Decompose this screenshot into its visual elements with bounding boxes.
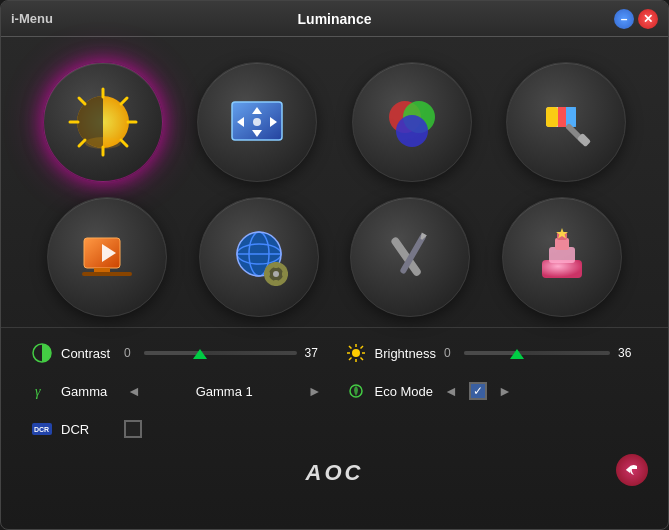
app-title: i-Menu (11, 11, 53, 26)
svg-point-16 (253, 118, 261, 126)
close-button[interactable]: ✕ (638, 9, 658, 29)
svg-line-58 (360, 358, 363, 361)
svg-point-52 (352, 349, 360, 357)
dcr-checkbox[interactable] (124, 420, 142, 438)
svg-line-7 (121, 98, 127, 104)
svg-text:γ: γ (35, 384, 41, 399)
brightness-label: Brightness (375, 346, 436, 361)
svg-rect-41 (264, 272, 270, 276)
gamma-label: Gamma (61, 384, 116, 399)
dcr-label: DCR (61, 422, 116, 437)
gamma-row: γ Gamma ◄ Gamma 1 ► (31, 376, 325, 406)
svg-text:DCR: DCR (34, 426, 49, 433)
svg-point-19 (396, 115, 428, 147)
bottom-area: AOC (1, 449, 668, 494)
contrast-slider[interactable] (144, 343, 297, 363)
brightness-value: 36 (618, 346, 638, 360)
main-window: i-Menu Luminance – ✕ (0, 0, 669, 530)
svg-line-57 (349, 346, 352, 349)
window-controls: – ✕ (614, 9, 658, 29)
eco-mode-next-button[interactable]: ► (495, 383, 515, 399)
contrast-label: Contrast (61, 346, 116, 361)
gamma-prev-button[interactable]: ◄ (124, 383, 144, 399)
gamma-value: Gamma 1 (152, 384, 297, 399)
icons-row1 (1, 42, 668, 197)
eco-mode-icon (345, 380, 367, 402)
icons-row2 (1, 197, 668, 317)
contrast-icon (31, 342, 53, 364)
back-button[interactable] (616, 454, 648, 486)
controls-area: Contrast 0 37 (1, 327, 668, 449)
svg-line-5 (79, 98, 85, 104)
svg-rect-29 (82, 272, 132, 276)
svg-rect-23 (566, 107, 576, 127)
eco-mode-checkbox[interactable]: ✓ (469, 382, 487, 400)
brightness-icon (345, 342, 367, 364)
svg-line-59 (360, 346, 363, 349)
contrast-row: Contrast 0 37 (31, 338, 325, 368)
minimize-button[interactable]: – (614, 9, 634, 29)
icon-image-setup[interactable] (197, 62, 317, 182)
eco-mode-prev-button[interactable]: ◄ (441, 383, 461, 399)
aoc-logo: AOC (230, 460, 439, 486)
svg-rect-21 (546, 107, 558, 127)
svg-rect-42 (282, 272, 288, 276)
window-title: Luminance (298, 11, 372, 27)
svg-line-6 (121, 140, 127, 146)
icon-color-setup[interactable] (352, 62, 472, 182)
svg-point-9 (85, 137, 121, 149)
icon-picture-boost[interactable] (506, 62, 626, 182)
brightness-min: 0 (444, 346, 456, 360)
brightness-row: Brightness 0 36 (345, 338, 639, 368)
icon-luminance[interactable] (43, 62, 163, 182)
icon-osd-setup[interactable] (199, 197, 319, 317)
eco-mode-row: Eco Mode ◄ ✓ ► (345, 376, 639, 406)
icon-input-select[interactable] (47, 197, 167, 317)
svg-rect-22 (558, 107, 566, 127)
icon-exit[interactable] (502, 197, 622, 317)
svg-line-60 (349, 358, 352, 361)
svg-rect-40 (274, 280, 278, 286)
contrast-value: 37 (305, 346, 325, 360)
brightness-slider[interactable] (464, 343, 610, 363)
gamma-icon: γ (31, 380, 53, 402)
dcr-row: DCR DCR (31, 414, 325, 444)
titlebar: i-Menu Luminance – ✕ (1, 1, 668, 37)
svg-line-8 (79, 140, 85, 146)
contrast-min: 0 (124, 346, 136, 360)
svg-point-38 (273, 271, 279, 277)
eco-mode-label: Eco Mode (375, 384, 434, 399)
dcr-icon: DCR (31, 418, 53, 440)
icon-extra[interactable] (350, 197, 470, 317)
gamma-next-button[interactable]: ► (305, 383, 325, 399)
svg-rect-39 (274, 262, 278, 268)
